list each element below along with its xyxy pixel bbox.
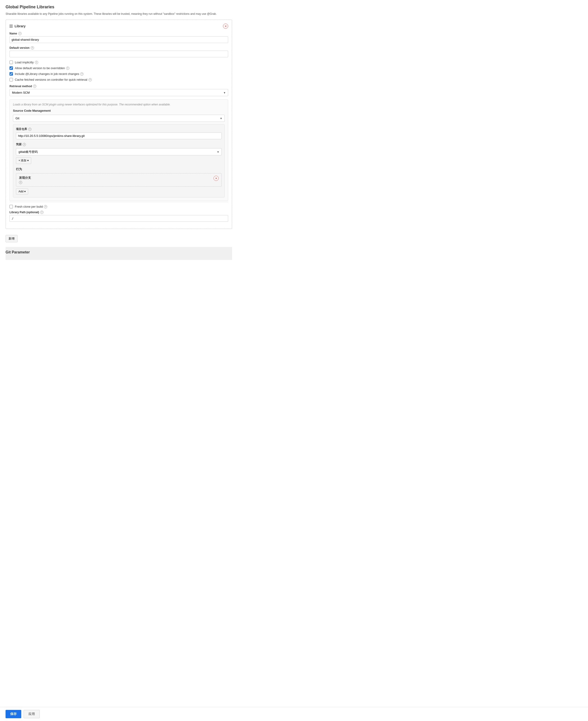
repo-label: 项目仓库 ? [16,127,222,131]
git-parameter-section: Git Parameter [5,247,232,260]
add-new-button[interactable]: 新增 [5,235,18,242]
cache-fetched-label: Cache fetched versions on controller for… [15,78,92,81]
default-version-help-icon[interactable]: ? [31,46,34,49]
credentials-label: 凭据 ? [16,142,222,146]
fresh-clone-row: Fresh clone per build ? [9,205,228,208]
repo-field-group: 项目仓库 ? [16,127,222,139]
name-input[interactable] [9,36,228,43]
name-field-group: Name ? [9,32,228,43]
retrieval-method-help-icon[interactable]: ? [33,85,36,88]
include-changes-help-icon[interactable]: ? [80,73,83,76]
behavior-card: 发现分支 ? ✕ [16,173,222,187]
repo-input[interactable] [16,132,222,139]
library-card: Library ✕ Name ? Default version ? Load … [5,20,232,229]
scm-section: Loads a library from an SCM plugin using… [9,99,228,201]
page-title: Global Pipeline Libraries [5,5,232,9]
library-path-label: Library Path (optional) ? [9,211,228,214]
load-implicitly-help-icon[interactable]: ? [35,61,38,64]
library-card-header-left: Library [9,24,25,28]
add-behavior-button[interactable]: Add ▾ [16,188,28,194]
behavior-help-icon[interactable]: ? [19,181,22,184]
name-help-icon[interactable]: ? [18,32,21,35]
credentials-row: gitlab账号密码 ▼ [16,148,222,156]
name-field-label: Name ? [9,32,228,35]
behavior-card-content: 发现分支 ? [19,176,31,184]
behavior-label: 行为 [16,167,222,171]
behavior-title: 发现分支 [19,176,31,180]
library-path-field-group: Library Path (optional) ? [9,211,228,222]
behavior-section: 行为 发现分支 ? ✕ Add ▾ [16,167,222,194]
default-version-input[interactable] [9,50,228,57]
page-description: Sharable libraries available to any Pipe… [5,12,232,16]
modern-scm-hint: Loads a library from an SCM plugin using… [13,103,225,106]
library-card-header: Library ✕ [9,24,228,29]
repo-help-icon[interactable]: ? [28,128,31,131]
library-path-input[interactable] [9,215,228,222]
credentials-field-group: 凭据 ? gitlab账号密码 ▼ + 添加 ▾ [16,142,222,164]
git-parameter-title: Git Parameter [5,250,232,257]
retrieval-method-select[interactable]: Modern SCM Legacy SCM [9,89,228,96]
add-behavior-label: Add [19,190,23,193]
allow-override-help-icon[interactable]: ? [66,67,69,70]
credentials-select[interactable]: gitlab账号密码 [16,148,222,156]
allow-override-checkbox[interactable] [9,66,13,70]
cache-fetched-help-icon[interactable]: ? [88,78,92,81]
allow-override-row: Allow default version to be overridden ? [9,66,228,70]
add-credentials-wrapper: + 添加 ▾ [16,157,222,164]
load-implicitly-checkbox[interactable] [9,61,13,64]
scm-select-wrap: Git Subversion ▼ [13,115,225,122]
retrieval-method-select-wrap: Modern SCM Legacy SCM ▼ [9,89,228,96]
default-version-field-group: Default version ? [9,46,228,57]
cache-fetched-checkbox[interactable] [9,78,13,81]
include-changes-row: Include @Library changes in job recent c… [9,72,228,76]
credentials-help-icon[interactable]: ? [23,143,26,146]
fresh-clone-label: Fresh clone per build ? [15,205,47,208]
allow-override-label: Allow default version to be overridden ? [15,66,69,70]
load-implicitly-row: Load implicitly ? [9,61,228,64]
checkboxes-group: Load implicitly ? Allow default version … [9,61,228,81]
fresh-clone-section: Fresh clone per build ? Library Path (op… [9,202,228,222]
load-implicitly-label: Load implicitly ? [15,61,38,64]
scm-select[interactable]: Git Subversion [13,115,225,122]
credentials-select-wrap: gitlab账号密码 ▼ [16,148,222,156]
include-changes-checkbox[interactable] [9,72,13,76]
git-config-section: 项目仓库 ? 凭据 ? gitlab账号密码 [13,124,225,198]
drag-handle-icon[interactable] [9,25,13,27]
retrieval-method-section: Retrieval method ? Modern SCM Legacy SCM… [9,85,228,96]
library-label: Library [15,24,25,28]
close-behavior-button[interactable]: ✕ [214,176,219,181]
cache-fetched-row: Cache fetched versions on controller for… [9,78,228,81]
include-changes-label: Include @Library changes in job recent c… [15,72,83,76]
retrieval-method-label: Retrieval method ? [9,85,228,88]
close-library-button[interactable]: ✕ [223,24,228,29]
library-path-help-icon[interactable]: ? [40,211,43,214]
add-credentials-button[interactable]: + 添加 ▾ [16,157,31,164]
add-behavior-arrow-icon: ▾ [24,190,26,193]
default-version-label: Default version ? [9,46,228,49]
fresh-clone-checkbox[interactable] [9,205,13,208]
scm-label: Source Code Management [13,109,225,112]
fresh-clone-help-icon[interactable]: ? [44,205,47,208]
